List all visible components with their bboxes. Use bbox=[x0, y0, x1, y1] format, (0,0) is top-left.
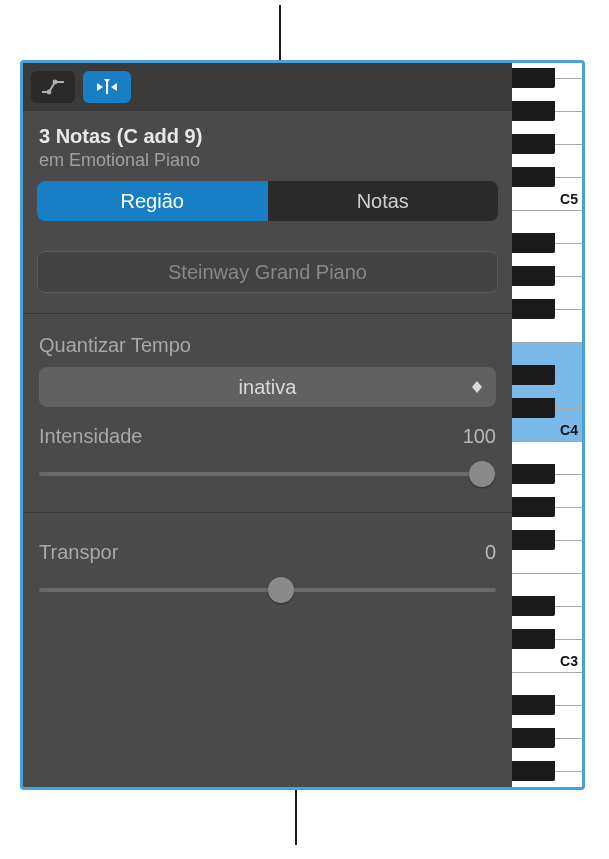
selection-header: 3 Notas (C add 9) em Emotional Piano bbox=[23, 111, 512, 181]
quantize-label: Quantizar Tempo bbox=[39, 334, 496, 357]
piano-black-key[interactable] bbox=[512, 134, 555, 154]
selection-title: 3 Notas (C add 9) bbox=[39, 125, 496, 148]
piano-black-key[interactable] bbox=[512, 728, 555, 748]
svg-marker-5 bbox=[104, 79, 110, 83]
transpose-row: Transpor 0 bbox=[39, 541, 496, 564]
region-name-value: Steinway Grand Piano bbox=[168, 261, 367, 284]
intensity-row: Intensidade 100 bbox=[39, 425, 496, 448]
piano-black-key[interactable] bbox=[512, 167, 555, 187]
quantize-value: inativa bbox=[239, 376, 297, 399]
intensity-value: 100 bbox=[463, 425, 496, 448]
piano-black-key[interactable] bbox=[512, 398, 555, 418]
region-name-field[interactable]: Steinway Grand Piano bbox=[37, 251, 498, 293]
transpose-label: Transpor bbox=[39, 541, 118, 564]
piano-black-key[interactable] bbox=[512, 101, 555, 121]
editor-window: 3 Notas (C add 9) em Emotional Piano Reg… bbox=[20, 60, 585, 790]
piano-black-key[interactable] bbox=[512, 530, 555, 550]
piano-black-key[interactable] bbox=[512, 761, 555, 781]
transpose-slider[interactable] bbox=[39, 580, 496, 600]
svg-marker-3 bbox=[97, 83, 103, 91]
piano-black-key[interactable] bbox=[512, 497, 555, 517]
selection-subtitle: em Emotional Piano bbox=[39, 150, 496, 171]
inspector-panel: 3 Notas (C add 9) em Emotional Piano Reg… bbox=[23, 63, 512, 787]
transpose-slider-thumb[interactable] bbox=[268, 577, 294, 603]
intensity-label: Intensidade bbox=[39, 425, 142, 448]
transpose-value: 0 bbox=[485, 541, 496, 564]
tab-region[interactable]: Região bbox=[37, 181, 268, 221]
note-label: C4 bbox=[560, 422, 578, 438]
svg-marker-4 bbox=[111, 83, 117, 91]
piano-black-key[interactable] bbox=[512, 596, 555, 616]
tab-notes[interactable]: Notas bbox=[268, 181, 499, 221]
catch-icon bbox=[93, 78, 121, 96]
intensity-slider[interactable] bbox=[39, 464, 496, 484]
piano-black-key[interactable] bbox=[512, 629, 555, 649]
svg-marker-7 bbox=[472, 387, 482, 393]
piano-black-key[interactable] bbox=[512, 365, 555, 385]
svg-point-0 bbox=[47, 90, 52, 95]
piano-black-key[interactable] bbox=[512, 233, 555, 253]
piano-black-key[interactable] bbox=[512, 266, 555, 286]
piano-black-key[interactable] bbox=[512, 464, 555, 484]
automation-button[interactable] bbox=[31, 71, 75, 103]
note-label: C3 bbox=[560, 653, 578, 669]
piano-black-key[interactable] bbox=[512, 695, 555, 715]
automation-icon bbox=[41, 79, 65, 95]
catch-playhead-button[interactable] bbox=[83, 71, 131, 103]
piano-keyboard[interactable]: C5 C4 C3 bbox=[512, 63, 582, 787]
chevron-updown-icon bbox=[472, 381, 482, 393]
inspector-tabs: Região Notas bbox=[37, 181, 498, 221]
note-label: C5 bbox=[560, 191, 578, 207]
quantize-select[interactable]: inativa bbox=[39, 367, 496, 407]
piano-black-key[interactable] bbox=[512, 68, 555, 88]
piano-black-key[interactable] bbox=[512, 299, 555, 319]
intensity-slider-thumb[interactable] bbox=[469, 461, 495, 487]
svg-point-1 bbox=[53, 80, 58, 85]
toolbar bbox=[23, 63, 512, 111]
